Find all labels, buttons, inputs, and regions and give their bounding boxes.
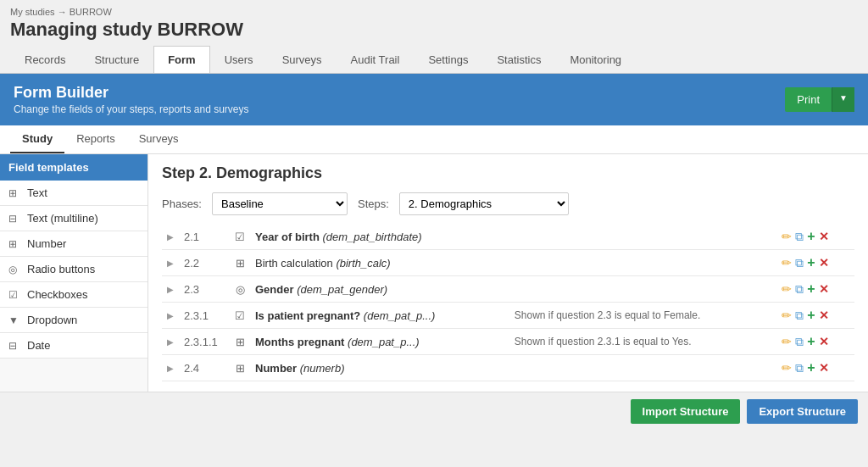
page-title: Managing study BURROW [10,19,858,41]
sidebar-item-number[interactable]: ⊞ Number [0,231,147,257]
field-type-icon: ◎ [230,276,250,303]
sidebar-item-label: Dropdown [27,314,77,326]
delete-icon[interactable]: ✕ [819,309,829,322]
tab-audit-trail[interactable]: Audit Trail [337,46,415,73]
field-name-cell: Gender (dem_pat_gender) [250,276,509,303]
copy-icon[interactable]: ⧉ [795,282,804,297]
tab-reports[interactable]: Reports [64,125,127,153]
delete-icon[interactable]: ✕ [819,282,829,296]
tab-study[interactable]: Study [10,125,64,153]
radio-icon: ◎ [8,264,22,275]
actions-cell: ✏ ⧉ + ✕ [776,224,854,249]
form-builder-header: Form Builder Change the fields of your s… [0,74,868,125]
row-num: 2.2 [179,250,230,276]
row-expand[interactable]: ▶ [162,224,179,250]
add-icon[interactable]: + [807,281,815,297]
sidebar-header: Field templates [0,154,147,181]
condition-text [509,355,776,381]
main-tabs-bar: Records Structure Form Users Surveys Aud… [0,46,868,74]
copy-icon[interactable]: ⧉ [795,309,804,323]
form-builder-subtitle: Change the fields of your steps, reports… [14,103,248,115]
phase-row: Phases: Baseline Steps: 2. Demographics [162,192,854,215]
bottom-bar: Import Structure Export Structure [0,392,868,431]
sidebar-item-text-multiline[interactable]: ⊟ Text (multiline) [0,206,147,231]
print-button[interactable]: Print [785,87,832,112]
field-type-icon: ⊞ [230,250,250,276]
add-icon[interactable]: + [807,308,815,323]
tab-structure[interactable]: Structure [80,46,153,73]
field-type-icon: ⊞ [230,355,250,381]
field-name-cell: Is patient pregnant? (dem_pat_p...) [250,303,509,329]
tab-monitoring[interactable]: Monitoring [555,46,636,73]
text-icon: ⊞ [8,187,22,199]
steps-select[interactable]: 2. Demographics [399,192,569,215]
actions-cell: ✏ ⧉ + ✕ [776,276,854,302]
delete-icon[interactable]: ✕ [819,361,829,375]
row-num: 2.1 [179,224,230,250]
row-expand[interactable]: ▶ [162,276,179,303]
number-icon: ⊞ [8,238,22,250]
row-num: 2.3.1 [179,303,230,329]
row-num: 2.3.1.1 [179,329,230,355]
import-structure-button[interactable]: Import Structure [631,399,741,424]
edit-icon[interactable]: ✏ [782,309,792,322]
condition-text [509,224,776,250]
row-num: 2.4 [179,355,230,381]
actions-cell: ✏ ⧉ + ✕ [776,303,854,328]
date-icon: ⊟ [8,340,22,352]
table-row: ▶ 2.3 ◎ Gender (dem_pat_gender) ✏ ⧉ + ✕ [162,276,854,303]
phase-select[interactable]: Baseline [212,192,348,215]
actions-cell: ✏ ⧉ + ✕ [776,329,854,354]
sidebar-item-date[interactable]: ⊟ Date [0,333,147,359]
add-icon[interactable]: + [807,360,815,375]
condition-text [509,276,776,303]
row-expand[interactable]: ▶ [162,329,179,355]
edit-icon[interactable]: ✏ [782,256,792,270]
field-name-cell: Number (numerb) [250,355,509,381]
copy-icon[interactable]: ⧉ [795,361,804,375]
sidebar-item-label: Text (multiline) [27,212,98,225]
condition-text: Shown if question 2.3.1 is equal to Yes. [509,329,776,355]
sidebar-item-text[interactable]: ⊞ Text [0,181,147,206]
form-builder-title: Form Builder [14,84,248,102]
export-structure-button[interactable]: Export Structure [747,399,858,424]
copy-icon[interactable]: ⧉ [795,256,804,270]
tab-users[interactable]: Users [210,46,268,73]
field-type-icon: ☑ [230,303,250,329]
tab-settings[interactable]: Settings [414,46,482,73]
delete-icon[interactable]: ✕ [819,256,829,270]
tab-surveys-sub[interactable]: Surveys [127,125,191,153]
edit-icon[interactable]: ✏ [782,335,792,348]
sidebar-item-dropdown[interactable]: ▼ Dropdown [0,308,147,333]
add-icon[interactable]: + [807,334,815,349]
row-expand[interactable]: ▶ [162,355,179,381]
add-icon[interactable]: + [807,229,815,244]
sidebar: Field templates ⊞ Text ⊟ Text (multiline… [0,154,148,392]
edit-icon[interactable]: ✏ [782,230,792,243]
step-title: Step 2. Demographics [162,164,854,182]
edit-icon[interactable]: ✏ [782,282,792,296]
tab-records[interactable]: Records [10,46,80,73]
row-expand[interactable]: ▶ [162,303,179,329]
tab-surveys[interactable]: Surveys [268,46,337,73]
dropdown-icon: ▼ [8,314,22,326]
add-icon[interactable]: + [807,255,815,270]
sub-tabs-bar: Study Reports Surveys [0,125,868,154]
sidebar-item-checkboxes[interactable]: ☑ Checkboxes [0,282,147,308]
tab-statistics[interactable]: Statistics [482,46,555,73]
breadcrumb: My studies → BURROW [10,7,858,17]
tab-form[interactable]: Form [153,46,210,73]
edit-icon[interactable]: ✏ [782,361,792,375]
sidebar-item-radio[interactable]: ◎ Radio buttons [0,257,147,282]
delete-icon[interactable]: ✕ [819,335,829,348]
sidebar-item-label: Number [27,237,66,250]
copy-icon[interactable]: ⧉ [795,230,804,244]
delete-icon[interactable]: ✕ [819,230,829,243]
field-type-icon: ☑ [230,224,250,250]
row-expand[interactable]: ▶ [162,250,179,276]
actions-cell: ✏ ⧉ + ✕ [776,355,854,381]
copy-icon[interactable]: ⧉ [795,335,804,349]
table-row: ▶ 2.3.1 ☑ Is patient pregnant? (dem_pat_… [162,303,854,329]
field-name-cell: Birth calculation (birth_calc) [250,250,509,276]
print-dropdown-arrow[interactable]: ▼ [832,87,854,112]
